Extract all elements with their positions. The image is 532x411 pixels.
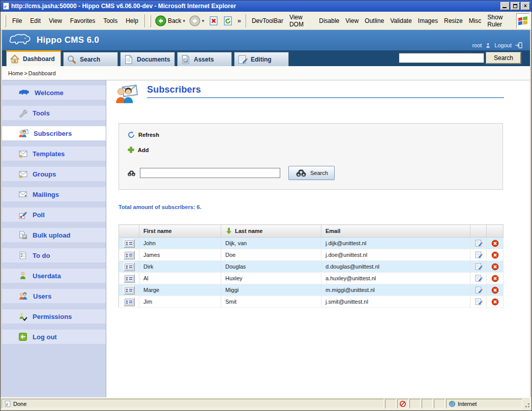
status-pane xyxy=(385,399,396,408)
delete-icon[interactable] xyxy=(491,298,499,306)
menu-favorites[interactable]: Favorites xyxy=(66,15,99,26)
edit-icon[interactable] xyxy=(475,298,483,306)
status-pane xyxy=(422,399,433,408)
back-dropdown-arrow[interactable]: ▾ xyxy=(183,18,186,23)
sidebar-item-groups[interactable]: Groups xyxy=(2,167,106,181)
devtoolbar-showruler[interactable]: Show Ruler xyxy=(484,12,516,30)
vcard-button[interactable] xyxy=(124,286,135,295)
sort-descending-icon xyxy=(225,227,232,234)
tab-search[interactable]: Search xyxy=(63,52,118,66)
popup-blocked-pane[interactable] xyxy=(397,399,408,408)
menu-view[interactable]: View xyxy=(45,15,66,26)
logout-icon xyxy=(18,332,27,341)
sidebar-item-subscribers[interactable]: Subscribers xyxy=(2,126,106,140)
first-name-column-header[interactable]: First name xyxy=(139,225,221,238)
devtoolbar-disable[interactable]: Disable xyxy=(316,15,342,26)
breadcrumb-home[interactable]: Home xyxy=(8,70,23,76)
vcard-button[interactable] xyxy=(124,298,135,306)
internet-globe-icon xyxy=(449,400,456,407)
devtoolbar-resize[interactable]: Resize xyxy=(441,15,466,26)
sidebar-item-todo[interactable]: To do xyxy=(2,248,106,262)
group-icon xyxy=(18,169,27,179)
last-name-column-header[interactable]: Last name xyxy=(221,225,321,238)
assets-icon xyxy=(181,54,191,65)
delete-icon[interactable] xyxy=(491,275,499,282)
delete-icon[interactable] xyxy=(491,251,499,259)
close-button[interactable]: × xyxy=(521,2,530,10)
devtoolbar-validate[interactable]: Validate xyxy=(387,15,415,26)
sidebar-item-tools[interactable]: Tools xyxy=(2,106,106,120)
vcard-button[interactable] xyxy=(124,239,135,248)
edit-icon[interactable] xyxy=(475,262,483,271)
back-icon xyxy=(155,15,166,26)
devtoolbar-outline[interactable]: Outline xyxy=(362,15,387,26)
email-column-header[interactable]: Email xyxy=(321,225,470,238)
delete-icon[interactable] xyxy=(491,286,499,294)
vcard-button[interactable] xyxy=(124,274,135,283)
sidebar-item-bulk-upload[interactable]: Bulk upload xyxy=(2,228,106,242)
edit-icon[interactable] xyxy=(475,239,483,247)
add-action[interactable]: Add xyxy=(127,146,494,154)
permissions-icon xyxy=(18,312,27,321)
users-icon xyxy=(18,291,28,301)
back-button[interactable]: Back ▾ xyxy=(153,14,187,27)
subscriber-search-button[interactable]: Search xyxy=(288,166,335,180)
logout-exit-icon[interactable] xyxy=(515,42,523,49)
menu-tools[interactable]: Tools xyxy=(99,15,122,26)
vcard-icon xyxy=(125,275,134,282)
add-icon xyxy=(127,146,135,154)
refresh-action[interactable]: Refresh xyxy=(127,131,494,139)
vcard-button[interactable] xyxy=(124,262,135,271)
toolbar-overflow-chevron[interactable]: » xyxy=(235,17,244,24)
sidebar-item-users[interactable]: Users xyxy=(2,289,106,303)
vcard-button[interactable] xyxy=(124,251,135,259)
devtoolbar-images[interactable]: Images xyxy=(415,15,441,26)
devtoolbar-misc[interactable]: Misc xyxy=(466,15,485,26)
table-row: Dirk Douglas d.douglas@unittest.nl xyxy=(119,261,504,273)
devtoolbar-viewdom[interactable]: View DOM xyxy=(286,12,316,30)
menu-edit[interactable]: Edit xyxy=(26,15,45,26)
zone-label: Internet xyxy=(458,401,477,407)
global-search-input[interactable] xyxy=(399,53,484,63)
stop-button[interactable] xyxy=(206,15,221,27)
vcard-icon xyxy=(125,240,134,247)
delete-icon[interactable] xyxy=(491,263,499,271)
edit-column-header xyxy=(470,225,487,238)
resize-grip[interactable] xyxy=(523,399,530,408)
edit-icon[interactable] xyxy=(475,286,483,294)
tab-dashboard[interactable]: Dashboard xyxy=(6,50,61,66)
stop-icon xyxy=(209,16,219,26)
global-search-button[interactable]: Search xyxy=(486,52,521,64)
table-row: Jim Smit j.smit@unittest.nl xyxy=(119,296,504,308)
refresh-button[interactable] xyxy=(221,15,235,27)
sidebar-item-userdata[interactable]: Userdata xyxy=(2,269,106,283)
subscriber-filter-input[interactable] xyxy=(140,168,280,178)
sidebar-item-mailings[interactable]: Mailings xyxy=(2,187,106,201)
forward-button[interactable]: ▾ xyxy=(187,14,206,27)
hippo-logo-icon xyxy=(7,34,34,47)
toolbar-grip[interactable] xyxy=(5,15,6,27)
minimize-button[interactable] xyxy=(500,2,510,10)
devtoolbar-menu[interactable]: DevToolBar xyxy=(249,15,286,26)
sidebar-item-logout[interactable]: Log out xyxy=(2,330,106,344)
sidebar-item-poll[interactable]: Poll xyxy=(2,208,106,222)
sidebar-item-welcome[interactable]: Welcome xyxy=(2,85,106,100)
toolbar-grip[interactable] xyxy=(150,15,151,27)
edit-icon[interactable] xyxy=(475,274,483,282)
forward-dropdown-arrow[interactable]: ▾ xyxy=(202,18,204,23)
edit-icon[interactable] xyxy=(475,251,483,259)
sidebar-item-permissions[interactable]: Permissions xyxy=(2,309,106,324)
tab-assets[interactable]: Assets xyxy=(177,52,232,66)
main-tab-bar: Dashboard Search Documents Assets Editin… xyxy=(2,50,530,66)
tab-editing[interactable]: Editing xyxy=(234,52,289,66)
wrench-icon xyxy=(18,108,27,118)
sidebar-item-templates[interactable]: Templates xyxy=(2,146,106,161)
delete-icon[interactable] xyxy=(491,240,499,247)
menu-help[interactable]: Help xyxy=(122,15,142,26)
tab-documents[interactable]: Documents xyxy=(120,52,175,66)
logout-link[interactable]: Logout xyxy=(494,42,512,48)
menu-file[interactable]: File xyxy=(8,15,26,26)
email-cell: m.miggi@unittest.nl xyxy=(321,284,470,296)
devtoolbar-view[interactable]: View xyxy=(342,15,362,26)
maximize-button[interactable] xyxy=(511,2,520,10)
